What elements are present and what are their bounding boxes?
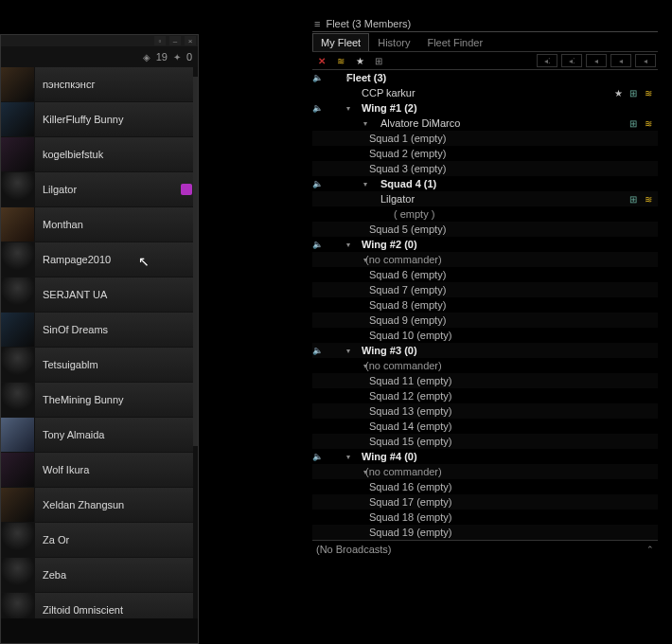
hierarchy-label: Squad 11 (empty) [369, 375, 451, 386]
hierarchy-label: ( empty ) [394, 208, 434, 220]
member-row[interactable]: Zeba [1, 558, 198, 592]
collapse-caret-icon[interactable]: ▾ [346, 453, 350, 461]
hierarchy-row[interactable]: Squad 11 (empty) [312, 373, 658, 388]
speaker-icon[interactable]: 🔈 [312, 452, 323, 461]
fleet-title-bar[interactable]: ≡ Fleet (3 Members) [312, 15, 658, 32]
expand-icon[interactable]: ⌃ [646, 545, 654, 554]
hierarchy-row[interactable]: Lilgator⊞≋ [312, 191, 658, 206]
hierarchy-row[interactable]: Squad 16 (empty) [312, 479, 658, 494]
member-row[interactable]: SERJANT UA [1, 277, 198, 312]
leave-fleet-button[interactable]: ✕ [314, 54, 329, 67]
collapse-caret-icon[interactable]: ▾ [363, 119, 367, 128]
member-row[interactable]: kogelbiefstuk [1, 137, 198, 171]
hierarchy-label: Squad 2 (empty) [369, 148, 446, 159]
hierarchy-row[interactable]: 🔈▾Wing #3 (0) [312, 343, 658, 358]
speaker-icon[interactable]: 🔈 [312, 240, 323, 249]
audio-button-3[interactable]: ◂ [586, 54, 607, 67]
speaker-icon[interactable]: 🔈 [312, 346, 323, 355]
hierarchy-row[interactable]: Squad 12 (empty) [312, 388, 658, 403]
member-row[interactable]: SinOf Dreams [1, 313, 198, 347]
audio-button-5[interactable]: ◂ [635, 54, 656, 67]
member-row[interactable]: Tony Almaida [1, 418, 198, 452]
plus-icon[interactable]: ⊞ [628, 117, 639, 129]
hierarchy-row[interactable]: ▾(no commander) [312, 252, 658, 267]
hierarchy-row[interactable]: Squad 9 (empty) [312, 313, 658, 328]
star-icon[interactable]: ★ [612, 87, 624, 98]
speaker-icon[interactable]: 🔈 [312, 179, 323, 188]
tab-history[interactable]: History [369, 33, 418, 51]
hierarchy-row[interactable]: ▾(no commander) [312, 464, 658, 479]
hierarchy-row[interactable]: Squad 13 (empty) [312, 403, 658, 419]
menu-icon[interactable]: ≡ [314, 18, 320, 29]
hierarchy-row[interactable]: Squad 8 (empty) [312, 297, 658, 313]
hierarchy-row[interactable]: ▾(no commander) [312, 358, 658, 373]
chev-icon[interactable]: ≋ [643, 117, 654, 129]
scrollbar-thumb[interactable] [193, 77, 198, 446]
hierarchy-row[interactable]: Squad 18 (empty) [312, 510, 658, 525]
member-row[interactable]: Monthan [1, 207, 198, 242]
hierarchy-row[interactable]: Squad 3 (empty) [312, 161, 658, 176]
members-icon: ◈ [143, 52, 150, 63]
regroup-button[interactable]: ≋ [333, 54, 348, 67]
tab-my-fleet[interactable]: My Fleet [312, 33, 369, 51]
hierarchy-row[interactable]: Squad 15 (empty) [312, 434, 658, 449]
collapse-caret-icon[interactable]: ▾ [346, 347, 350, 355]
collapse-caret-icon[interactable]: ▾ [346, 74, 350, 82]
hierarchy-row[interactable]: Squad 2 (empty) [312, 146, 658, 161]
hierarchy-row[interactable]: Squad 17 (empty) [312, 494, 658, 510]
settings-icon[interactable]: ▫ [154, 36, 166, 45]
favorite-button[interactable]: ★ [352, 54, 367, 67]
hierarchy-row[interactable]: ( empty ) [312, 206, 658, 222]
plus-icon[interactable]: ⊞ [628, 193, 639, 205]
speaker-icon[interactable]: 🔈 [312, 73, 323, 82]
hierarchy-row[interactable]: 🔈▾Wing #4 (0) [312, 449, 658, 464]
hierarchy-label: Squad 8 (empty) [369, 299, 446, 311]
hierarchy-row[interactable]: 🔈▾Squad 4 (1) [312, 176, 658, 191]
hierarchy-row[interactable]: 🔈▾Fleet (3) [312, 70, 658, 85]
speaker-icon[interactable]: 🔈 [312, 103, 323, 113]
audio-button-1[interactable]: ◂⁚ [537, 54, 557, 67]
hierarchy-row[interactable]: Squad 6 (empty) [312, 267, 658, 282]
member-row[interactable]: Ziltoid 0mniscient [1, 593, 198, 618]
fleet-title: Fleet (3 Members) [326, 18, 411, 29]
member-list: nэнспкэнсгKillerFluffy Bunnykogelbiefstu… [1, 67, 198, 618]
audio-button-2[interactable]: ◂⁚ [561, 54, 582, 67]
broadcasts-bar[interactable]: (No Broadcasts) ⌃ [312, 540, 658, 557]
hierarchy-row[interactable]: Squad 19 (empty) [312, 525, 658, 540]
collapse-caret-icon[interactable]: ▾ [363, 468, 367, 476]
plus-icon[interactable]: ⊞ [628, 87, 639, 98]
member-row[interactable]: Wolf Ikura [1, 453, 198, 487]
hierarchy-row[interactable]: ▾Alvatore DiMarco⊞≋ [312, 116, 658, 131]
tab-fleet-finder[interactable]: Fleet Finder [418, 33, 491, 51]
member-row[interactable]: Za Or [1, 523, 198, 557]
hierarchy-row[interactable]: Squad 7 (empty) [312, 282, 658, 297]
hierarchy-row[interactable]: 🔈▾Wing #2 (0) [312, 237, 658, 252]
collapse-caret-icon[interactable]: ▾ [363, 256, 367, 264]
member-row[interactable]: Rampage2010 [1, 242, 198, 277]
member-row[interactable]: nэнспкэнсг [1, 67, 198, 101]
add-button[interactable]: ⊞ [371, 54, 386, 67]
chev-icon[interactable]: ≋ [643, 193, 654, 205]
hierarchy-row[interactable]: Squad 10 (empty) [312, 328, 658, 343]
hierarchy-row[interactable]: CCP karkur★⊞≋ [312, 85, 658, 100]
hierarchy-row[interactable]: Squad 14 (empty) [312, 419, 658, 434]
audio-button-4[interactable]: ◂ [610, 54, 631, 67]
collapse-caret-icon[interactable]: ▾ [346, 241, 350, 249]
collapse-caret-icon[interactable]: ▾ [346, 104, 350, 113]
hierarchy-row[interactable]: 🔈▾Wing #1 (2) [312, 100, 658, 116]
close-icon[interactable]: × [185, 36, 196, 45]
member-row[interactable]: Tetsuigablm [1, 348, 198, 382]
hierarchy-label: Squad 1 (empty) [369, 133, 446, 144]
member-row[interactable]: TheMining Bunny [1, 383, 198, 417]
scrollbar[interactable] [193, 67, 198, 618]
minimize-icon[interactable]: – [169, 36, 181, 45]
member-row[interactable]: KillerFluffy Bunny [1, 102, 198, 136]
hierarchy-row[interactable]: Squad 1 (empty) [312, 131, 658, 146]
member-row[interactable]: Lilgator [1, 172, 198, 206]
hierarchy-row[interactable]: Squad 5 (empty) [312, 222, 658, 237]
collapse-caret-icon[interactable]: ▾ [363, 362, 367, 370]
collapse-caret-icon[interactable]: ▾ [363, 180, 367, 188]
member-row[interactable]: Xeldan Zhangsun [1, 488, 198, 522]
hierarchy-label: Squad 5 (empty) [369, 224, 446, 235]
chev-icon[interactable]: ≋ [643, 87, 654, 98]
